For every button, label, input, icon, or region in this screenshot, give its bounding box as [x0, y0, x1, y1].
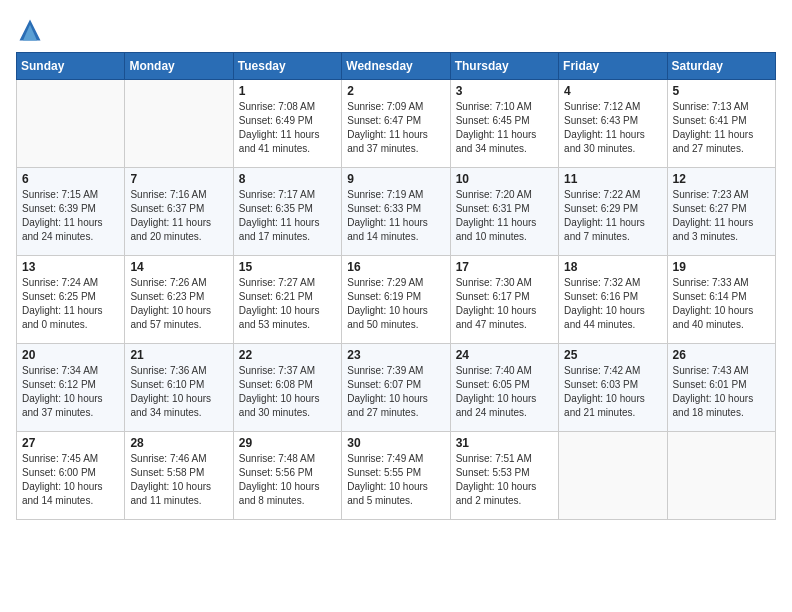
day-of-week-header: Sunday: [17, 53, 125, 80]
calendar-cell: 17Sunrise: 7:30 AM Sunset: 6:17 PM Dayli…: [450, 256, 558, 344]
calendar-week-row: 6Sunrise: 7:15 AM Sunset: 6:39 PM Daylig…: [17, 168, 776, 256]
day-info: Sunrise: 7:29 AM Sunset: 6:19 PM Dayligh…: [347, 276, 444, 332]
calendar-cell: [17, 80, 125, 168]
day-number: 13: [22, 260, 119, 274]
day-number: 20: [22, 348, 119, 362]
day-number: 4: [564, 84, 661, 98]
day-of-week-header: Saturday: [667, 53, 775, 80]
day-info: Sunrise: 7:45 AM Sunset: 6:00 PM Dayligh…: [22, 452, 119, 508]
calendar-header: SundayMondayTuesdayWednesdayThursdayFrid…: [17, 53, 776, 80]
calendar-cell: [125, 80, 233, 168]
day-number: 2: [347, 84, 444, 98]
calendar-cell: 23Sunrise: 7:39 AM Sunset: 6:07 PM Dayli…: [342, 344, 450, 432]
calendar-cell: 15Sunrise: 7:27 AM Sunset: 6:21 PM Dayli…: [233, 256, 341, 344]
day-number: 16: [347, 260, 444, 274]
day-info: Sunrise: 7:15 AM Sunset: 6:39 PM Dayligh…: [22, 188, 119, 244]
calendar-week-row: 20Sunrise: 7:34 AM Sunset: 6:12 PM Dayli…: [17, 344, 776, 432]
calendar-cell: 22Sunrise: 7:37 AM Sunset: 6:08 PM Dayli…: [233, 344, 341, 432]
calendar-cell: 26Sunrise: 7:43 AM Sunset: 6:01 PM Dayli…: [667, 344, 775, 432]
day-number: 1: [239, 84, 336, 98]
calendar-cell: 27Sunrise: 7:45 AM Sunset: 6:00 PM Dayli…: [17, 432, 125, 520]
calendar-cell: 12Sunrise: 7:23 AM Sunset: 6:27 PM Dayli…: [667, 168, 775, 256]
calendar-cell: [667, 432, 775, 520]
day-number: 31: [456, 436, 553, 450]
calendar-week-row: 27Sunrise: 7:45 AM Sunset: 6:00 PM Dayli…: [17, 432, 776, 520]
day-number: 25: [564, 348, 661, 362]
day-info: Sunrise: 7:09 AM Sunset: 6:47 PM Dayligh…: [347, 100, 444, 156]
day-number: 26: [673, 348, 770, 362]
calendar-table: SundayMondayTuesdayWednesdayThursdayFrid…: [16, 52, 776, 520]
calendar-cell: 10Sunrise: 7:20 AM Sunset: 6:31 PM Dayli…: [450, 168, 558, 256]
calendar-cell: 7Sunrise: 7:16 AM Sunset: 6:37 PM Daylig…: [125, 168, 233, 256]
day-info: Sunrise: 7:26 AM Sunset: 6:23 PM Dayligh…: [130, 276, 227, 332]
calendar-week-row: 1Sunrise: 7:08 AM Sunset: 6:49 PM Daylig…: [17, 80, 776, 168]
day-info: Sunrise: 7:42 AM Sunset: 6:03 PM Dayligh…: [564, 364, 661, 420]
calendar-body: 1Sunrise: 7:08 AM Sunset: 6:49 PM Daylig…: [17, 80, 776, 520]
day-info: Sunrise: 7:46 AM Sunset: 5:58 PM Dayligh…: [130, 452, 227, 508]
calendar-cell: 31Sunrise: 7:51 AM Sunset: 5:53 PM Dayli…: [450, 432, 558, 520]
calendar-cell: 6Sunrise: 7:15 AM Sunset: 6:39 PM Daylig…: [17, 168, 125, 256]
day-of-week-header: Tuesday: [233, 53, 341, 80]
day-info: Sunrise: 7:12 AM Sunset: 6:43 PM Dayligh…: [564, 100, 661, 156]
day-number: 17: [456, 260, 553, 274]
day-number: 5: [673, 84, 770, 98]
day-info: Sunrise: 7:13 AM Sunset: 6:41 PM Dayligh…: [673, 100, 770, 156]
calendar-cell: 8Sunrise: 7:17 AM Sunset: 6:35 PM Daylig…: [233, 168, 341, 256]
calendar-header-row: SundayMondayTuesdayWednesdayThursdayFrid…: [17, 53, 776, 80]
calendar-cell: 25Sunrise: 7:42 AM Sunset: 6:03 PM Dayli…: [559, 344, 667, 432]
calendar-cell: 9Sunrise: 7:19 AM Sunset: 6:33 PM Daylig…: [342, 168, 450, 256]
day-info: Sunrise: 7:37 AM Sunset: 6:08 PM Dayligh…: [239, 364, 336, 420]
day-info: Sunrise: 7:51 AM Sunset: 5:53 PM Dayligh…: [456, 452, 553, 508]
day-number: 3: [456, 84, 553, 98]
calendar-week-row: 13Sunrise: 7:24 AM Sunset: 6:25 PM Dayli…: [17, 256, 776, 344]
day-of-week-header: Wednesday: [342, 53, 450, 80]
day-info: Sunrise: 7:33 AM Sunset: 6:14 PM Dayligh…: [673, 276, 770, 332]
day-number: 21: [130, 348, 227, 362]
day-info: Sunrise: 7:23 AM Sunset: 6:27 PM Dayligh…: [673, 188, 770, 244]
page-header: [16, 16, 776, 44]
day-info: Sunrise: 7:16 AM Sunset: 6:37 PM Dayligh…: [130, 188, 227, 244]
day-info: Sunrise: 7:49 AM Sunset: 5:55 PM Dayligh…: [347, 452, 444, 508]
calendar-cell: 19Sunrise: 7:33 AM Sunset: 6:14 PM Dayli…: [667, 256, 775, 344]
calendar-cell: 4Sunrise: 7:12 AM Sunset: 6:43 PM Daylig…: [559, 80, 667, 168]
calendar-cell: 1Sunrise: 7:08 AM Sunset: 6:49 PM Daylig…: [233, 80, 341, 168]
day-number: 22: [239, 348, 336, 362]
calendar-cell: 2Sunrise: 7:09 AM Sunset: 6:47 PM Daylig…: [342, 80, 450, 168]
day-info: Sunrise: 7:10 AM Sunset: 6:45 PM Dayligh…: [456, 100, 553, 156]
calendar-cell: 13Sunrise: 7:24 AM Sunset: 6:25 PM Dayli…: [17, 256, 125, 344]
calendar-cell: 24Sunrise: 7:40 AM Sunset: 6:05 PM Dayli…: [450, 344, 558, 432]
day-number: 7: [130, 172, 227, 186]
calendar-cell: 29Sunrise: 7:48 AM Sunset: 5:56 PM Dayli…: [233, 432, 341, 520]
day-number: 6: [22, 172, 119, 186]
day-number: 24: [456, 348, 553, 362]
day-info: Sunrise: 7:24 AM Sunset: 6:25 PM Dayligh…: [22, 276, 119, 332]
day-info: Sunrise: 7:40 AM Sunset: 6:05 PM Dayligh…: [456, 364, 553, 420]
day-number: 23: [347, 348, 444, 362]
day-number: 29: [239, 436, 336, 450]
logo-icon: [16, 16, 44, 44]
calendar-cell: 3Sunrise: 7:10 AM Sunset: 6:45 PM Daylig…: [450, 80, 558, 168]
calendar-cell: 21Sunrise: 7:36 AM Sunset: 6:10 PM Dayli…: [125, 344, 233, 432]
day-number: 18: [564, 260, 661, 274]
day-number: 8: [239, 172, 336, 186]
calendar-cell: 16Sunrise: 7:29 AM Sunset: 6:19 PM Dayli…: [342, 256, 450, 344]
day-info: Sunrise: 7:30 AM Sunset: 6:17 PM Dayligh…: [456, 276, 553, 332]
calendar-cell: [559, 432, 667, 520]
day-info: Sunrise: 7:20 AM Sunset: 6:31 PM Dayligh…: [456, 188, 553, 244]
day-info: Sunrise: 7:34 AM Sunset: 6:12 PM Dayligh…: [22, 364, 119, 420]
day-info: Sunrise: 7:27 AM Sunset: 6:21 PM Dayligh…: [239, 276, 336, 332]
day-of-week-header: Friday: [559, 53, 667, 80]
calendar-cell: 28Sunrise: 7:46 AM Sunset: 5:58 PM Dayli…: [125, 432, 233, 520]
day-number: 27: [22, 436, 119, 450]
day-info: Sunrise: 7:48 AM Sunset: 5:56 PM Dayligh…: [239, 452, 336, 508]
calendar-cell: 18Sunrise: 7:32 AM Sunset: 6:16 PM Dayli…: [559, 256, 667, 344]
calendar-cell: 5Sunrise: 7:13 AM Sunset: 6:41 PM Daylig…: [667, 80, 775, 168]
logo: [16, 16, 48, 44]
calendar-cell: 20Sunrise: 7:34 AM Sunset: 6:12 PM Dayli…: [17, 344, 125, 432]
day-info: Sunrise: 7:17 AM Sunset: 6:35 PM Dayligh…: [239, 188, 336, 244]
day-info: Sunrise: 7:32 AM Sunset: 6:16 PM Dayligh…: [564, 276, 661, 332]
day-info: Sunrise: 7:22 AM Sunset: 6:29 PM Dayligh…: [564, 188, 661, 244]
day-number: 10: [456, 172, 553, 186]
day-info: Sunrise: 7:36 AM Sunset: 6:10 PM Dayligh…: [130, 364, 227, 420]
day-number: 15: [239, 260, 336, 274]
